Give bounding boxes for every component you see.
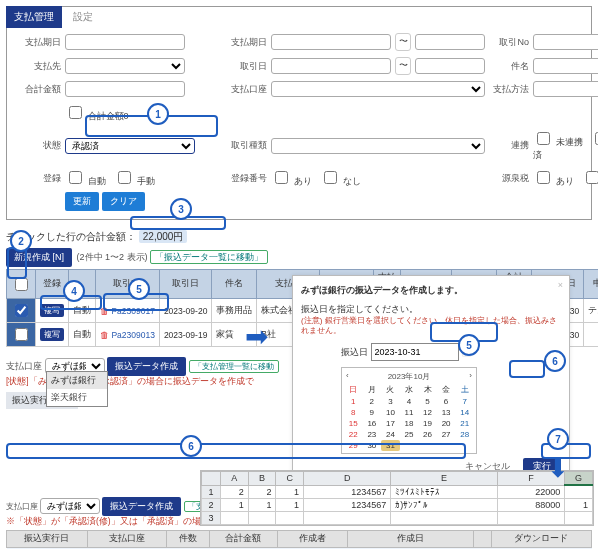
excel-cell[interactable]: 2 xyxy=(248,485,276,498)
excel-corner[interactable] xyxy=(202,472,221,486)
callout-2-box xyxy=(7,247,27,279)
pay-method-select[interactable] xyxy=(533,81,598,97)
excel-rowhdr[interactable]: 2 xyxy=(202,498,221,511)
goto-mgmt-list-link[interactable]: 「支払管理一覧に移動 xyxy=(189,360,279,373)
pay-acct-select[interactable] xyxy=(271,81,485,97)
lbl-link: 連携 xyxy=(489,139,529,152)
chk-regno-yes[interactable] xyxy=(275,171,288,184)
total-input[interactable] xyxy=(65,81,185,97)
account-select-lower[interactable]: みずほ銀行 xyxy=(40,498,100,514)
chk-with-yes[interactable] xyxy=(537,171,550,184)
excel-cell[interactable]: 1 xyxy=(221,498,249,511)
payee-select[interactable] xyxy=(65,58,185,74)
cell-subject: 事務用品 xyxy=(212,299,257,323)
excel-cell[interactable]: ﾐﾂｲｽﾐﾄﾓﾃｽ xyxy=(391,485,498,498)
excel-row[interactable]: 1 2 2 1 1234567 ﾐﾂｲｽﾐﾄﾓﾃｽ 22000 xyxy=(202,485,593,498)
lbl-transfer-date: 振込日 xyxy=(341,347,368,357)
copy-button[interactable]: 複写 xyxy=(40,328,64,341)
col-subject[interactable]: 件名 xyxy=(212,270,257,299)
col-download[interactable]: ダウンロード xyxy=(491,531,591,548)
lbl-status: 状態 xyxy=(15,139,61,152)
callout-7: 7 xyxy=(547,428,569,450)
chk-manual[interactable] xyxy=(118,171,131,184)
clear-button[interactable]: クリア xyxy=(102,192,145,211)
excel-cell[interactable]: 1 xyxy=(276,485,304,498)
checked-sum-row: チェックした行の合計金額： 22,000円 xyxy=(6,230,592,244)
callout-5: 5 xyxy=(128,278,150,300)
prev-month-icon[interactable]: ‹ xyxy=(346,371,349,382)
dropdown-option-rakuten[interactable]: 楽天銀行 xyxy=(47,389,107,406)
callout-2: 2 xyxy=(10,230,32,252)
lbl-txn-kind: 取引種類 xyxy=(213,139,267,152)
txn-no-link[interactable]: Pa2309013 xyxy=(111,330,155,340)
txn-kind-select[interactable] xyxy=(271,138,485,154)
excel-cell[interactable]: 1 xyxy=(248,498,276,511)
col-acct2[interactable]: 支払口座 xyxy=(87,531,166,548)
row-checkbox[interactable] xyxy=(15,328,28,341)
excel-col-c[interactable]: C xyxy=(276,472,304,486)
tab-payment-mgmt[interactable]: 支払管理 xyxy=(6,6,62,28)
update-button[interactable]: 更新 xyxy=(65,192,99,211)
col-created[interactable]: 作成日 xyxy=(347,531,473,548)
excel-col-b[interactable]: B xyxy=(248,472,276,486)
due-date2-from[interactable] xyxy=(271,34,391,50)
lbl-pay-acct2: 支払口座 xyxy=(6,361,42,371)
tilde-icon: 〜 xyxy=(395,57,411,75)
excel-cell[interactable]: 1 xyxy=(565,498,593,511)
txn-date-from[interactable] xyxy=(271,58,391,74)
header-checkbox[interactable] xyxy=(15,278,28,291)
lbl-no: なし xyxy=(343,176,361,186)
create-transfer-data-button[interactable]: 振込データ作成 xyxy=(107,357,186,376)
col-count[interactable]: 件数 xyxy=(166,531,209,548)
col-exec-date[interactable]: 振込実行日 xyxy=(7,531,88,548)
excel-cell[interactable]: 88000 xyxy=(497,498,564,511)
excel-cell[interactable]: 2 xyxy=(221,485,249,498)
next-month-icon[interactable]: › xyxy=(469,371,472,382)
excel-row[interactable]: 2 1 1 1 1234567 ｶ)ｻﾝﾌﾟﾙ 88000 1 xyxy=(202,498,593,511)
date-picker-calendar[interactable]: ‹2023年10月› 日月火水木金土 1234567 891011121314 … xyxy=(341,367,477,454)
col-creator[interactable]: 作成者 xyxy=(277,531,347,548)
tilde-icon: 〜 xyxy=(395,33,411,51)
chk-with-no[interactable] xyxy=(586,171,598,184)
col-last[interactable]: 申 xyxy=(584,270,598,299)
col-total[interactable]: 合計金額 xyxy=(209,531,277,548)
txn-no-input[interactable] xyxy=(533,34,598,50)
goto-transfer-list-link[interactable]: 「振込データ一覧に移動」 xyxy=(150,250,268,264)
excel-row[interactable]: 3 xyxy=(202,511,593,524)
lbl-due-date: 支払期日 xyxy=(15,36,61,49)
callout-6b-box xyxy=(6,443,466,459)
excel-cell[interactable]: ｶ)ｻﾝﾌﾟﾙ xyxy=(391,498,498,511)
calendar-month-label: 2023年10月 xyxy=(388,371,431,382)
txn-date-to[interactable] xyxy=(415,58,485,74)
excel-rowhdr[interactable]: 1 xyxy=(202,485,221,498)
excel-cell[interactable]: 22000 xyxy=(497,485,564,498)
dropdown-option-mizuho[interactable]: みずほ銀行 xyxy=(47,372,107,389)
close-icon[interactable]: × xyxy=(558,280,563,290)
tab-settings[interactable]: 設定 xyxy=(65,6,101,28)
transfer-date-input[interactable] xyxy=(371,343,459,361)
chk-unlinked[interactable] xyxy=(537,132,550,145)
due-date2-to[interactable] xyxy=(415,34,485,50)
excel-rowhdr[interactable]: 3 xyxy=(202,511,221,524)
excel-col-d[interactable]: D xyxy=(304,472,391,486)
grid-toolbar: 新規作成 [N] (2件中 1〜2 表示) 「振込データ一覧に移動」 xyxy=(6,248,592,267)
cell-date: 2023-09-19 xyxy=(159,323,211,347)
row-checkbox[interactable] xyxy=(15,304,28,317)
create-transfer-data-button-lower[interactable]: 振込データ作成 xyxy=(102,497,181,516)
transfer-list-table: 振込実行日 支払口座 件数 合計金額 作成者 作成日 ダウンロード 2023-0… xyxy=(6,530,592,549)
excel-cell[interactable]: 1 xyxy=(276,498,304,511)
total-zero-checkbox[interactable] xyxy=(69,106,82,119)
excel-cell[interactable]: 1234567 xyxy=(304,498,391,511)
callout-1: 1 xyxy=(147,103,169,125)
subject-input[interactable] xyxy=(533,58,598,74)
excel-cell[interactable]: 1234567 xyxy=(304,485,391,498)
due-date-from[interactable] xyxy=(65,34,185,50)
chk-regno-no[interactable] xyxy=(324,171,337,184)
lbl-withholding: 源泉税 xyxy=(489,172,529,185)
status-select[interactable]: 承認済 xyxy=(65,138,195,154)
excel-col-e[interactable]: E xyxy=(391,472,498,486)
lbl-pay-method: 支払方法 xyxy=(489,83,529,96)
chk-auto[interactable] xyxy=(69,171,82,184)
excel-col-a[interactable]: A xyxy=(221,472,249,486)
excel-cell[interactable] xyxy=(565,485,593,498)
